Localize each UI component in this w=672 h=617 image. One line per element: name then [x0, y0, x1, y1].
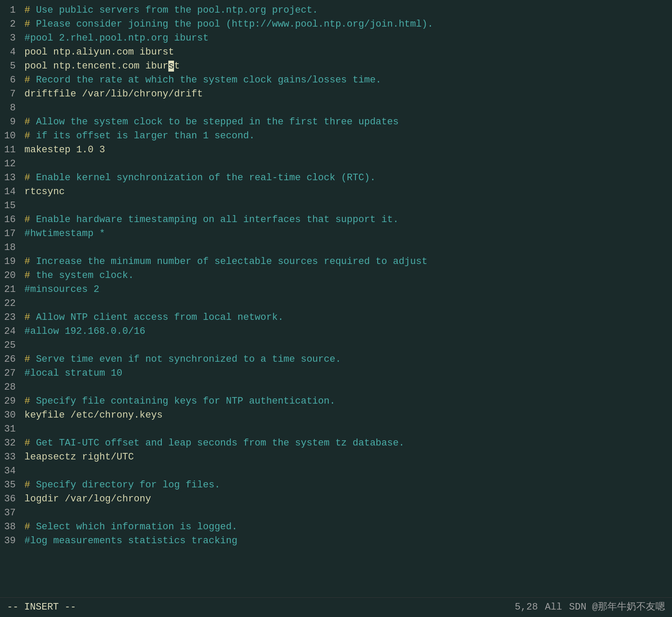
- text-cursor: s: [168, 61, 174, 72]
- line-3: 3#pool 2.rhel.pool.ntp.org iburst: [0, 31, 672, 45]
- line-number-39: 39: [0, 534, 23, 548]
- line-number-31: 31: [0, 422, 23, 436]
- status-bar: -- INSERT -- 5,28AllSDN @那年牛奶不友嗯: [0, 597, 672, 617]
- line-37: 37: [0, 506, 672, 520]
- line-number-13: 13: [0, 171, 23, 185]
- line-content-7: driftfile /var/lib/chrony/drift: [23, 87, 672, 101]
- line-number-36: 36: [0, 492, 23, 506]
- line-content-2: # Please consider joining the pool (http…: [23, 17, 672, 31]
- line-number-10: 10: [0, 129, 23, 143]
- line-number-32: 32: [0, 436, 23, 450]
- line-number-38: 38: [0, 520, 23, 534]
- line-number-4: 4: [0, 45, 23, 59]
- line-number-6: 6: [0, 73, 23, 87]
- line-number-30: 30: [0, 408, 23, 422]
- line-26: 26# Serve time even if not synchronized …: [0, 353, 672, 367]
- line-number-24: 24: [0, 325, 23, 339]
- line-36: 36logdir /var/log/chrony: [0, 492, 672, 506]
- line-content-24: #allow 192.168.0.0/16: [23, 325, 672, 339]
- line-content-30: keyfile /etc/chrony.keys: [23, 408, 672, 422]
- line-11: 11makestep 1.0 3: [0, 143, 672, 157]
- line-content-11: makestep 1.0 3: [23, 143, 672, 157]
- line-content-19: # Increase the minimum number of selecta…: [23, 255, 672, 269]
- line-32: 32# Get TAI-UTC offset and leap seconds …: [0, 436, 672, 450]
- line-8: 8: [0, 101, 672, 115]
- line-content-29: # Specify file containing keys for NTP a…: [23, 394, 672, 408]
- line-6: 6# Record the rate at which the system c…: [0, 73, 672, 87]
- line-content-13: # Enable kernel synchronization of the r…: [23, 171, 672, 185]
- line-number-9: 9: [0, 115, 23, 129]
- line-20: 20# the system clock.: [0, 269, 672, 283]
- line-number-2: 2: [0, 17, 23, 31]
- line-16: 16# Enable hardware timestamping on all …: [0, 213, 672, 227]
- line-9: 9# Allow the system clock to be stepped …: [0, 115, 672, 129]
- line-content-33: leapsectz right/UTC: [23, 450, 672, 464]
- line-content-9: # Allow the system clock to be stepped i…: [23, 115, 672, 129]
- line-28: 28: [0, 380, 672, 394]
- line-number-29: 29: [0, 394, 23, 408]
- line-number-21: 21: [0, 283, 23, 297]
- line-content-6: # Record the rate at which the system cl…: [23, 73, 672, 87]
- line-29: 29# Specify file containing keys for NTP…: [0, 394, 672, 408]
- line-35: 35# Specify directory for log files.: [0, 478, 672, 492]
- line-content-39: #log measurements statistics tracking: [23, 534, 672, 548]
- line-number-15: 15: [0, 199, 23, 213]
- line-number-14: 14: [0, 185, 23, 199]
- line-content-3: #pool 2.rhel.pool.ntp.org iburst: [23, 31, 672, 45]
- line-17: 17#hwtimestamp *: [0, 227, 672, 241]
- line-number-34: 34: [0, 464, 23, 478]
- line-number-12: 12: [0, 157, 23, 171]
- line-number-35: 35: [0, 478, 23, 492]
- line-content-32: # Get TAI-UTC offset and leap seconds fr…: [23, 436, 672, 450]
- line-27: 27#local stratum 10: [0, 367, 672, 380]
- line-10: 10# if its offset is larger than 1 secon…: [0, 129, 672, 143]
- line-number-27: 27: [0, 367, 23, 380]
- empty-area: [0, 548, 672, 594]
- line-content-27: #local stratum 10: [23, 367, 672, 380]
- line-content-35: # Specify directory for log files.: [23, 478, 672, 492]
- line-number-23: 23: [0, 311, 23, 325]
- line-31: 31: [0, 422, 672, 436]
- line-12: 12: [0, 157, 672, 171]
- line-number-17: 17: [0, 227, 23, 241]
- line-content-23: # Allow NTP client access from local net…: [23, 311, 672, 325]
- line-content-5: pool ntp.tencent.com iburst: [23, 59, 672, 73]
- editor[interactable]: 1# Use public servers from the pool.ntp.…: [0, 0, 672, 597]
- line-39: 39#log measurements statistics tracking: [0, 534, 672, 548]
- editor-mode: -- INSERT --: [7, 600, 76, 614]
- line-content-16: # Enable hardware timestamping on all in…: [23, 213, 672, 227]
- line-content-26: # Serve time even if not synchronized to…: [23, 353, 672, 367]
- watermark: SDN @那年牛奶不友嗯: [569, 602, 665, 613]
- line-number-11: 11: [0, 143, 23, 157]
- line-number-8: 8: [0, 101, 23, 115]
- line-number-28: 28: [0, 380, 23, 394]
- line-content-10: # if its offset is larger than 1 second.: [23, 129, 672, 143]
- line-number-26: 26: [0, 353, 23, 367]
- line-7: 7driftfile /var/lib/chrony/drift: [0, 87, 672, 101]
- scroll-indicator: All: [545, 602, 562, 613]
- line-number-22: 22: [0, 297, 23, 311]
- line-18: 18: [0, 241, 672, 255]
- line-content-38: # Select which information is logged.: [23, 520, 672, 534]
- line-number-1: 1: [0, 3, 23, 17]
- line-25: 25: [0, 339, 672, 353]
- line-14: 14rtcsync: [0, 185, 672, 199]
- line-1: 1# Use public servers from the pool.ntp.…: [0, 3, 672, 17]
- line-number-20: 20: [0, 269, 23, 283]
- line-13: 13# Enable kernel synchronization of the…: [0, 171, 672, 185]
- line-number-7: 7: [0, 87, 23, 101]
- line-content-14: rtcsync: [23, 185, 672, 199]
- line-number-25: 25: [0, 339, 23, 353]
- line-2: 2# Please consider joining the pool (htt…: [0, 17, 672, 31]
- line-4: 4pool ntp.aliyun.com iburst: [0, 45, 672, 59]
- line-33: 33leapsectz right/UTC: [0, 450, 672, 464]
- line-number-16: 16: [0, 213, 23, 227]
- line-number-19: 19: [0, 255, 23, 269]
- line-number-18: 18: [0, 241, 23, 255]
- line-number-37: 37: [0, 506, 23, 520]
- line-21: 21#minsources 2: [0, 283, 672, 297]
- lines-container: 1# Use public servers from the pool.ntp.…: [0, 3, 672, 548]
- line-content-17: #hwtimestamp *: [23, 227, 672, 241]
- line-23: 23# Allow NTP client access from local n…: [0, 311, 672, 325]
- line-22: 22: [0, 297, 672, 311]
